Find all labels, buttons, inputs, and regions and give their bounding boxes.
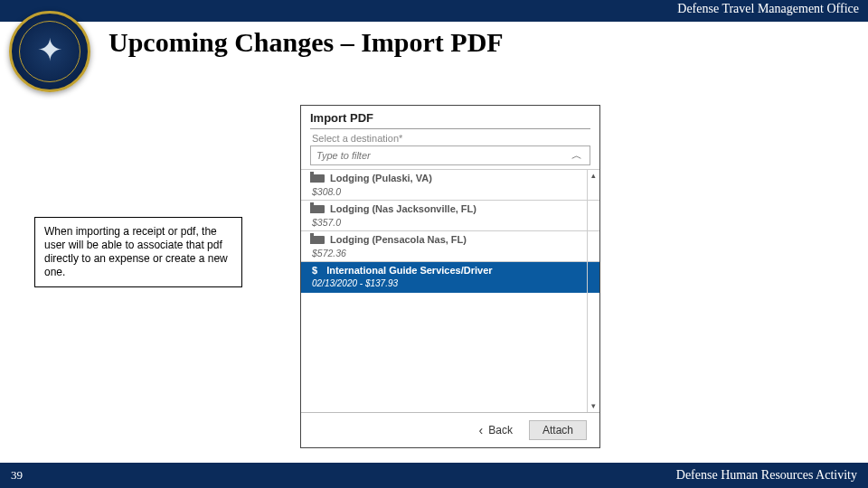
scrollbar[interactable]: ▴ ▾ — [587, 169, 599, 412]
scroll-up-icon[interactable]: ▴ — [591, 169, 596, 182]
filter-input[interactable] — [311, 150, 564, 161]
page-number: 39 — [11, 468, 23, 483]
filter-row: ︿ — [310, 145, 590, 165]
destination-list: Lodging (Pulaski, VA) $308.0 Lodging (Na… — [301, 169, 599, 412]
chevron-up-icon[interactable]: ︿ — [564, 148, 590, 164]
dollar-icon: $ — [312, 265, 317, 276]
divider — [310, 128, 590, 129]
top-bar: Defense Travel Management Office — [0, 0, 868, 22]
list-item[interactable]: Lodging (Nas Jacksonville, FL) $357.0 — [301, 200, 599, 230]
item-title: Lodging (Pulaski, VA) — [330, 173, 432, 183]
back-label: Back — [488, 424, 513, 436]
item-price: $308.0 — [312, 186, 589, 197]
chevron-left-icon: ‹ — [479, 423, 484, 437]
destination-label: Select a destination* — [301, 131, 599, 144]
bed-icon — [312, 174, 325, 183]
footer-org: Defense Human Resources Activity — [676, 468, 857, 483]
panel-heading: Import PDF — [301, 106, 599, 128]
bottom-bar: 39 Defense Human Resources Activity — [0, 463, 868, 488]
dod-seal-icon: ✦ — [9, 11, 90, 92]
back-button[interactable]: ‹ Back — [479, 423, 513, 437]
bed-icon — [312, 236, 325, 244]
item-price: $572.36 — [312, 248, 589, 258]
scroll-down-icon[interactable]: ▾ — [591, 399, 596, 412]
list-item[interactable]: Lodging (Pensacola Nas, FL) $572.36 — [301, 230, 599, 261]
slide-title: Upcoming Changes – Import PDF — [108, 27, 504, 58]
item-title: Lodging (Pensacola Nas, FL) — [330, 234, 467, 245]
attach-button[interactable]: Attach — [529, 420, 587, 440]
item-title: Lodging (Nas Jacksonville, FL) — [330, 203, 476, 214]
list-item[interactable]: Lodging (Pulaski, VA) $308.0 — [301, 169, 599, 200]
panel-actions: ‹ Back Attach — [301, 412, 599, 447]
eagle-icon: ✦ — [37, 32, 62, 68]
header-org: Defense Travel Management Office — [677, 2, 859, 16]
list-item-selected[interactable]: $International Guide Services/Driver 02/… — [301, 261, 599, 293]
callout-box: When importing a receipt or pdf, the use… — [34, 217, 242, 287]
item-subtext: 02/13/2020 - $137.93 — [312, 278, 589, 288]
bed-icon — [312, 205, 325, 213]
item-title: International Guide Services/Driver — [326, 265, 492, 276]
item-price: $357.0 — [312, 217, 589, 228]
import-pdf-panel: Import PDF Select a destination* ︿ Lodgi… — [300, 105, 600, 448]
